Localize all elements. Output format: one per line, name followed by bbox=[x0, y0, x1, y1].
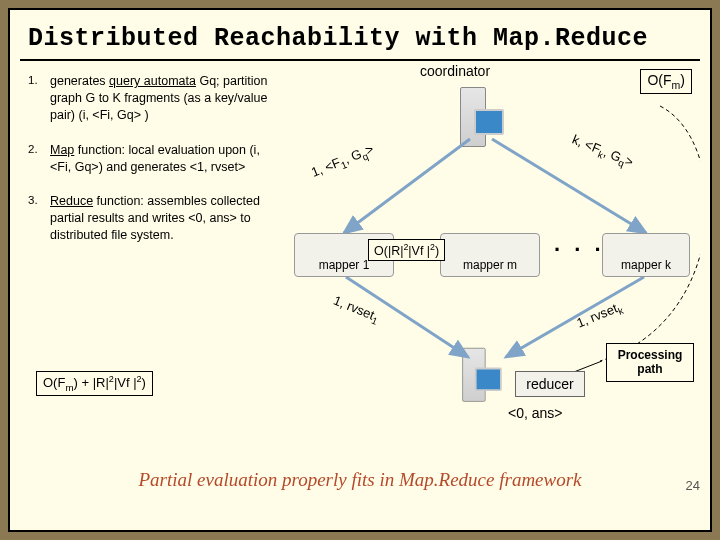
text: 1, rvset bbox=[331, 293, 376, 323]
text: ) bbox=[680, 72, 685, 88]
text: ) + |R| bbox=[74, 375, 109, 390]
reducer-box: reducer bbox=[515, 371, 585, 397]
server-icon bbox=[460, 83, 504, 147]
text: generates bbox=[50, 74, 109, 88]
coordinator-label: coordinator bbox=[420, 63, 490, 79]
mapper-cost-box: O(|R|2|Vf |2) bbox=[368, 239, 445, 261]
text: |Vf | bbox=[408, 244, 430, 258]
text: 1, <F bbox=[309, 155, 342, 180]
term: Map bbox=[50, 143, 74, 157]
text: m bbox=[65, 382, 73, 393]
step-body: Reduce function: assembles collected par… bbox=[50, 193, 273, 244]
text: > bbox=[623, 153, 636, 170]
edge-label-rvk: 1, rvsetk bbox=[574, 299, 625, 333]
text: ) bbox=[435, 244, 439, 258]
edge-label-1: 1, <F1, Gq> bbox=[309, 141, 377, 182]
text: function: bbox=[93, 194, 147, 208]
output-label: <0, ans> bbox=[508, 405, 563, 421]
content-area: 1. generates query automata Gq; partitio… bbox=[10, 61, 710, 501]
caption: Partial evaluation properly fits in Map.… bbox=[10, 469, 710, 491]
text: 1, rvset bbox=[574, 301, 619, 331]
server-icon bbox=[462, 344, 502, 402]
step-number: 2. bbox=[28, 142, 50, 176]
diagram: coordinator O(Fm) bbox=[290, 61, 700, 471]
ofm-box: O(Fm) bbox=[640, 69, 692, 94]
dots-icon: . . . bbox=[554, 231, 605, 257]
text: , G bbox=[342, 146, 364, 166]
term: Reduce bbox=[50, 194, 93, 208]
step-1: 1. generates query automata Gq; partitio… bbox=[28, 73, 273, 124]
step-number: 1. bbox=[28, 73, 50, 124]
step-3: 3. Reduce function: assembles collected … bbox=[28, 193, 273, 244]
edge-label-k: k, <Fk, Gq> bbox=[569, 132, 635, 172]
processing-path-box: Processing path bbox=[606, 343, 694, 382]
edge-label-rv1: 1, rvset1 bbox=[330, 293, 381, 327]
text: mapper k bbox=[621, 258, 671, 272]
step-number: 3. bbox=[28, 193, 50, 244]
text: O(F bbox=[43, 375, 65, 390]
step-2: 2. Map function: local evaluation upon (… bbox=[28, 142, 273, 176]
text: mapper m bbox=[463, 258, 517, 272]
page-number: 24 bbox=[686, 478, 700, 493]
text: O(F bbox=[647, 72, 671, 88]
text: O(|R| bbox=[374, 244, 403, 258]
term: query automata bbox=[109, 74, 196, 88]
slide-title: Distributed Reachability with Map.Reduce bbox=[10, 10, 710, 57]
text: mapper 1 bbox=[319, 258, 370, 272]
steps-list: 1. generates query automata Gq; partitio… bbox=[28, 73, 273, 262]
text: function: bbox=[74, 143, 128, 157]
step-body: Map function: local evaluation upon (i, … bbox=[50, 142, 273, 176]
left-cost-box: O(Fm) + |R|2|Vf |2) bbox=[36, 371, 153, 396]
mapper-box-k: mapper k bbox=[602, 233, 690, 277]
text: ) bbox=[142, 375, 146, 390]
step-body: generates query automata Gq; partition g… bbox=[50, 73, 273, 124]
slide: Distributed Reachability with Map.Reduce… bbox=[8, 8, 712, 532]
text: |Vf | bbox=[114, 375, 137, 390]
mapper-box-m: mapper m bbox=[440, 233, 540, 277]
